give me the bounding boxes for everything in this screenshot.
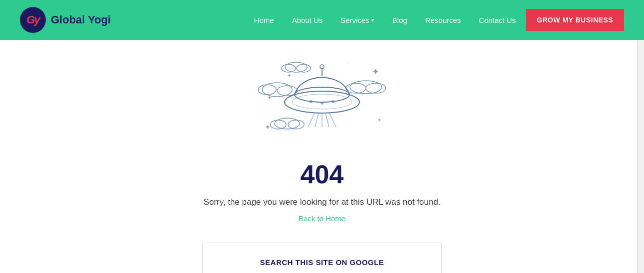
svg-text:·: · bbox=[312, 134, 313, 138]
nav-about[interactable]: About Us bbox=[292, 16, 323, 24]
back-home-link[interactable]: Back to Home bbox=[299, 214, 345, 223]
svg-point-28 bbox=[331, 100, 334, 103]
scrollbar[interactable] bbox=[637, 0, 644, 273]
logo-link[interactable]: Gy Global Yogi bbox=[20, 7, 111, 33]
ufo-illustration: ✦ ✦ · ✦ ✦ ✦ ✦ · · bbox=[237, 50, 407, 149]
svg-point-27 bbox=[321, 102, 323, 105]
svg-text:·: · bbox=[357, 131, 358, 136]
svg-text:✦: ✦ bbox=[287, 73, 291, 78]
svg-point-10 bbox=[258, 85, 276, 95]
svg-point-17 bbox=[366, 83, 386, 93]
svg-point-12 bbox=[285, 62, 307, 72]
chevron-down-icon: ▾ bbox=[371, 17, 374, 23]
svg-line-33 bbox=[329, 113, 336, 127]
svg-point-16 bbox=[346, 83, 366, 93]
nav-services[interactable]: Services ▾ bbox=[340, 16, 374, 24]
grow-business-button[interactable]: GROW MY BUSINESS bbox=[526, 9, 624, 31]
nav-resources[interactable]: Resources bbox=[425, 16, 461, 24]
main-nav: Home About Us Services ▾ Blog Resources … bbox=[254, 16, 516, 24]
error-code: 404 bbox=[301, 159, 344, 189]
logo-icon: Gy bbox=[20, 7, 46, 33]
svg-text:·: · bbox=[347, 61, 348, 66]
nav-contact[interactable]: Contact Us bbox=[479, 16, 516, 24]
svg-text:✦: ✦ bbox=[265, 123, 271, 131]
search-title: SEARCH THIS SITE ON GOOGLE bbox=[218, 258, 426, 267]
svg-point-11 bbox=[277, 86, 297, 96]
svg-text:✦: ✦ bbox=[377, 117, 382, 124]
logo-text: Global Yogi bbox=[51, 13, 111, 26]
error-message: Sorry, the page you were looking for at … bbox=[203, 197, 440, 207]
nav-home[interactable]: Home bbox=[254, 16, 274, 24]
svg-text:✦: ✦ bbox=[372, 67, 379, 77]
svg-line-30 bbox=[315, 113, 319, 127]
svg-line-32 bbox=[325, 113, 329, 127]
main-content: ✦ ✦ · ✦ ✦ ✦ ✦ · · bbox=[0, 40, 644, 273]
header: Gy Global Yogi Home About Us Services ▾ … bbox=[0, 0, 644, 40]
svg-point-23 bbox=[295, 87, 349, 102]
svg-line-29 bbox=[308, 113, 315, 127]
svg-point-26 bbox=[310, 100, 313, 103]
search-section: SEARCH THIS SITE ON GOOGLE 🔍 bbox=[202, 243, 442, 273]
svg-point-22 bbox=[320, 65, 324, 69]
nav-blog[interactable]: Blog bbox=[392, 16, 407, 24]
